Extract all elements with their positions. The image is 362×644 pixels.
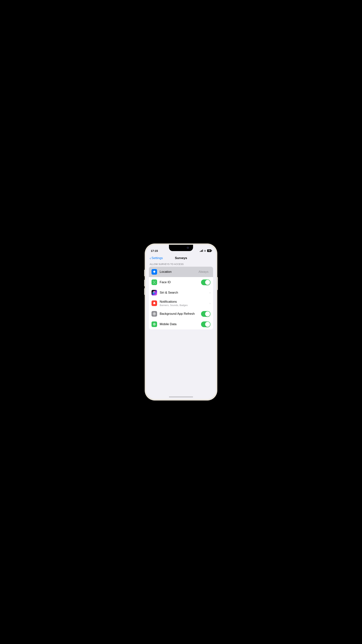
settings-row-siri[interactable]: Siri & Search › bbox=[149, 288, 213, 298]
status-icons: ⊛ 79 bbox=[200, 250, 211, 252]
settings-row-faceid[interactable]: Face ID bbox=[149, 277, 213, 288]
notifications-sublabel: Banners, Sounds, Badges bbox=[160, 304, 209, 306]
settings-list: Location Always › bbox=[149, 267, 213, 330]
siri-label: Siri & Search bbox=[160, 291, 209, 294]
location-chevron-icon: › bbox=[209, 270, 210, 273]
svg-rect-1 bbox=[155, 281, 156, 281]
battery-level: 79 bbox=[207, 250, 211, 252]
faceid-toggle-thumb bbox=[205, 280, 210, 285]
phone-frame: 17:15 ⊛ 79 ‹ Settings Surveys bbox=[145, 244, 217, 400]
faceid-icon bbox=[152, 280, 157, 285]
background-toggle[interactable] bbox=[201, 311, 210, 317]
svg-rect-0 bbox=[153, 281, 154, 281]
back-label: Settings bbox=[152, 256, 163, 260]
phone-screen: 17:15 ⊛ 79 ‹ Settings Surveys bbox=[146, 245, 216, 399]
notch bbox=[169, 245, 193, 251]
notifications-row-right: › bbox=[209, 302, 210, 305]
location-row-right: Always › bbox=[198, 270, 210, 274]
svg-point-4 bbox=[154, 282, 154, 282]
svg-rect-2 bbox=[153, 283, 154, 284]
navigation-bar: ‹ Settings Surveys bbox=[146, 254, 216, 262]
siri-chevron-icon: › bbox=[209, 291, 210, 294]
notifications-row-content: Notifications Banners, Sounds, Badges bbox=[160, 300, 209, 306]
svg-point-9 bbox=[154, 313, 155, 314]
camera bbox=[187, 246, 189, 249]
background-refresh-icon bbox=[152, 311, 157, 316]
signal-icon bbox=[200, 250, 203, 252]
svg-point-5 bbox=[155, 282, 155, 282]
notifications-label: Notifications bbox=[160, 300, 209, 304]
section-header: ALLOW SURVEYS TO ACCESS bbox=[146, 262, 216, 267]
siri-row-right: › bbox=[209, 291, 210, 294]
siri-icon bbox=[152, 290, 157, 296]
location-row-content: Location bbox=[160, 270, 198, 274]
location-value: Always bbox=[198, 270, 208, 274]
mobiledata-toggle[interactable] bbox=[201, 322, 210, 327]
location-icon bbox=[152, 269, 157, 275]
mobiledata-icon bbox=[152, 322, 157, 327]
settings-row-background[interactable]: Background App Refresh bbox=[149, 309, 213, 319]
settings-row-location[interactable]: Location Always › bbox=[149, 267, 213, 277]
faceid-toggle[interactable] bbox=[201, 280, 210, 285]
location-label: Location bbox=[160, 270, 198, 274]
page-title: Surveys bbox=[175, 256, 187, 260]
mobiledata-row-content: Mobile Data bbox=[160, 322, 201, 326]
siri-swirl bbox=[153, 291, 156, 294]
settings-row-mobiledata[interactable]: Mobile Data bbox=[149, 319, 213, 330]
status-time: 17:15 bbox=[151, 249, 158, 252]
back-chevron-icon: ‹ bbox=[150, 256, 151, 260]
svg-rect-7 bbox=[153, 304, 155, 304]
settings-row-notifications[interactable]: Notifications Banners, Sounds, Badges › bbox=[149, 298, 213, 309]
notifications-chevron-icon: › bbox=[209, 302, 210, 305]
background-toggle-thumb bbox=[205, 312, 210, 316]
home-indicator bbox=[169, 396, 193, 398]
wifi-icon: ⊛ bbox=[204, 250, 206, 252]
background-label: Background App Refresh bbox=[160, 312, 201, 316]
svg-rect-3 bbox=[155, 283, 156, 284]
mobiledata-toggle-thumb bbox=[205, 322, 210, 327]
mobiledata-label: Mobile Data bbox=[160, 322, 201, 326]
background-row-content: Background App Refresh bbox=[160, 312, 201, 316]
faceid-label: Face ID bbox=[160, 280, 201, 284]
notifications-icon bbox=[152, 300, 157, 306]
faceid-row-content: Face ID bbox=[160, 280, 201, 284]
battery-icon: 79 bbox=[207, 250, 211, 252]
siri-row-content: Siri & Search bbox=[160, 291, 209, 294]
back-button[interactable]: ‹ Settings bbox=[150, 256, 163, 260]
